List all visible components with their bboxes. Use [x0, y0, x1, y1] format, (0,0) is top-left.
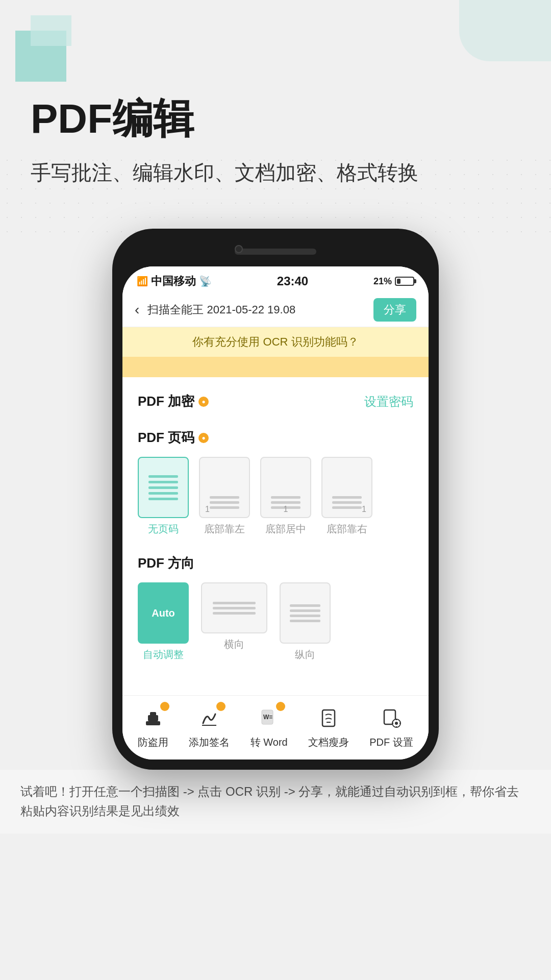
status-bar: 📶 中国移动 📡 23:40 21%	[122, 266, 429, 293]
direction-options: Auto 自动调整 横向	[138, 582, 413, 662]
battery-tip	[414, 279, 416, 283]
battery-percent: 21%	[373, 276, 392, 287]
status-bar-time: 23:40	[277, 274, 308, 288]
direction-portrait-thumb	[280, 582, 331, 644]
page-code-bottom-left-label: 底部靠左	[204, 522, 245, 536]
word-convert-icon: W=	[255, 704, 283, 732]
pdf-encrypt-header: PDF 加密 ● 设置密码	[138, 393, 413, 410]
yellow-highlight-strip	[122, 357, 429, 377]
bottom-text-content: 试着吧！打开任意一个扫描图 -> 点击 OCR 识别 -> 分享，就能通过自动识…	[20, 785, 519, 818]
app-navbar: ‹ 扫描全能王 2021-05-22 19.08 分享	[122, 293, 429, 327]
bottom-toolbar: 防盗用 添加签名	[122, 695, 429, 760]
signature-icon	[195, 704, 223, 732]
phone-notch-area	[122, 239, 429, 264]
page-code-none-thumb	[138, 457, 189, 518]
pdf-settings-icon	[377, 704, 406, 732]
toolbar-label-slim: 文档瘦身	[308, 736, 349, 749]
premium-badge-pagecode: ●	[198, 433, 209, 443]
pdf-direction-title: PDF 方向	[138, 554, 194, 572]
wifi-icon: 📡	[199, 275, 212, 287]
toolbar-label-word: 转 Word	[251, 736, 288, 749]
page-code-bottom-center[interactable]: 1 底部居中	[260, 457, 311, 536]
toolbar-item-slim[interactable]: 文档瘦身	[308, 704, 349, 749]
page-code-bottom-center-thumb: 1	[260, 457, 311, 518]
stamp-icon	[139, 704, 167, 732]
bottom-text-section: 试着吧！打开任意一个扫描图 -> 点击 OCR 识别 -> 分享，就能通过自动识…	[0, 770, 551, 834]
back-button[interactable]: ‹	[135, 302, 139, 318]
page-code-bottom-center-label: 底部居中	[265, 522, 306, 536]
stamp-badge	[160, 702, 169, 711]
direction-auto-thumb: Auto	[138, 582, 189, 644]
signal-icon: 📶	[137, 276, 148, 287]
page-num-center: 1	[284, 505, 288, 514]
pdf-pagecode-section: PDF 页码 ●	[138, 429, 413, 536]
header-section: PDF编辑 手写批注、编辑水印、文档加密、格式转换	[0, 0, 551, 208]
pdf-panel: PDF 加密 ● 设置密码 PDF 页码 ●	[122, 377, 429, 695]
page-code-bottom-left[interactable]: 1 底部靠左	[199, 457, 250, 536]
page-code-none-label: 无页码	[148, 522, 179, 536]
toolbar-label-stamp: 防盗用	[138, 736, 168, 749]
page-code-bottom-left-thumb: 1	[199, 457, 250, 518]
page-title: PDF编辑	[31, 92, 520, 147]
pdf-direction-section: PDF 方向 Auto 自动调整	[138, 554, 413, 662]
page-code-bottom-right-thumb: 1	[321, 457, 372, 518]
battery-fill	[397, 279, 400, 284]
direction-portrait-label: 纵向	[295, 648, 315, 662]
direction-auto-label: 自动调整	[143, 648, 184, 662]
premium-badge-encrypt: ●	[198, 397, 209, 407]
phone-outer-frame: 📶 中国移动 📡 23:40 21% ‹ 扫描全能王 2021-05-22 19…	[112, 229, 439, 770]
direction-auto[interactable]: Auto 自动调整	[138, 582, 189, 662]
pdf-encrypt-title: PDF 加密 ●	[138, 393, 209, 410]
carrier-label: 中国移动	[151, 274, 196, 289]
toolbar-item-stamp[interactable]: 防盗用	[138, 704, 168, 749]
pdf-pagecode-header: PDF 页码 ●	[138, 429, 413, 447]
toolbar-item-signature[interactable]: 添加签名	[189, 704, 230, 749]
ocr-banner: 你有充分使用 OCR 识别功能吗？	[122, 327, 429, 357]
page-code-none[interactable]: 无页码	[138, 457, 189, 536]
page-code-options: 无页码 1 底部靠左	[138, 457, 413, 536]
phone-notch	[235, 249, 316, 255]
page-num-left: 1	[205, 505, 210, 514]
toolbar-item-word[interactable]: W= 转 Word	[251, 704, 288, 749]
document-title: 扫描全能王 2021-05-22 19.08	[147, 302, 373, 317]
svg-point-10	[395, 722, 398, 725]
slim-doc-icon	[314, 704, 343, 732]
status-bar-right: 21%	[373, 276, 414, 287]
signature-badge	[216, 702, 226, 711]
phone-camera	[235, 245, 243, 253]
direction-landscape[interactable]: 横向	[201, 582, 267, 662]
page-num-right: 1	[362, 505, 366, 514]
set-password-button[interactable]: 设置密码	[364, 394, 413, 410]
phone-screen: 📶 中国移动 📡 23:40 21% ‹ 扫描全能王 2021-05-22 19…	[122, 266, 429, 760]
phone-mockup-section: 📶 中国移动 📡 23:40 21% ‹ 扫描全能王 2021-05-22 19…	[0, 229, 551, 770]
direction-landscape-thumb	[201, 582, 267, 633]
toolbar-item-pdf-settings[interactable]: PDF 设置	[369, 704, 413, 749]
battery-indicator	[395, 277, 414, 286]
page-code-bottom-right[interactable]: 1 底部靠右	[321, 457, 372, 536]
direction-landscape-label: 横向	[224, 638, 244, 651]
share-button[interactable]: 分享	[373, 298, 416, 322]
svg-text:W=: W=	[263, 714, 272, 721]
direction-portrait[interactable]: 纵向	[280, 582, 331, 662]
page-code-bottom-right-label: 底部靠右	[327, 522, 367, 536]
toolbar-label-pdf-settings: PDF 设置	[369, 736, 413, 749]
pdf-direction-header: PDF 方向	[138, 554, 413, 572]
toolbar-label-signature: 添加签名	[189, 736, 230, 749]
status-bar-left: 📶 中国移动 📡	[137, 274, 212, 289]
page-subtitle: 手写批注、编辑水印、文档加密、格式转换	[31, 157, 520, 188]
pdf-encrypt-section: PDF 加密 ● 设置密码	[138, 393, 413, 410]
pdf-pagecode-title: PDF 页码 ●	[138, 429, 209, 447]
svg-rect-0	[146, 721, 160, 725]
svg-rect-2	[150, 712, 156, 716]
word-badge	[276, 702, 285, 711]
